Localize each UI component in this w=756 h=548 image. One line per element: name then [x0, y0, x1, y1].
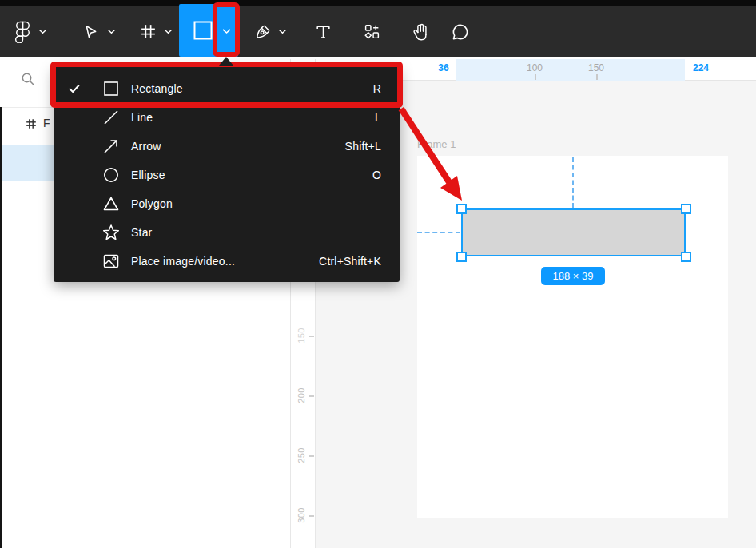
window-left-edge	[0, 107, 2, 548]
pen-tool-chevron[interactable]	[278, 6, 287, 57]
window-top-strip	[0, 0, 756, 6]
cursor-icon	[82, 23, 99, 40]
menu-item-shortcut: O	[372, 169, 381, 181]
menu-item-shortcut: Ctrl+Shift+K	[319, 255, 381, 268]
hash-icon	[25, 117, 38, 130]
chevron-down-icon	[107, 29, 116, 34]
image-icon	[101, 252, 121, 271]
polygon-icon	[101, 194, 121, 213]
text-tool-button[interactable]	[314, 6, 332, 57]
ruler-selection-label: 224	[693, 62, 709, 73]
menu-item-shortcut: Shift+L	[345, 140, 381, 153]
resize-handle-top-left[interactable]	[456, 204, 467, 214]
arrow-icon	[101, 137, 121, 156]
pen-tool-button[interactable]	[254, 6, 273, 57]
menu-item-shortcut: L	[375, 111, 381, 124]
hand-tool-button[interactable]	[411, 6, 429, 57]
comment-tool-button[interactable]	[452, 6, 469, 57]
sidebar-item-label: F	[43, 117, 50, 129]
hand-icon	[411, 22, 429, 41]
resize-handle-top-right[interactable]	[681, 204, 691, 214]
chevron-down-icon	[38, 29, 47, 34]
text-icon	[314, 22, 332, 41]
line-icon	[101, 108, 121, 127]
ruler-label: 100	[527, 62, 543, 73]
ruler-label: 150	[296, 328, 306, 343]
selected-rectangle[interactable]	[461, 208, 686, 256]
menu-item-polygon[interactable]: Polygon	[54, 189, 400, 218]
annotation-box-rectangle-item	[50, 62, 403, 108]
main-menu-chevron[interactable]	[38, 6, 47, 57]
pen-icon	[254, 22, 273, 41]
chevron-down-icon	[164, 29, 173, 34]
menu-item-label: Place image/video...	[131, 255, 235, 268]
menu-beak	[219, 57, 233, 66]
distance-guide-horizontal	[417, 232, 460, 233]
menu-item-place-image-video[interactable]: Place image/video... Ctrl+Shift+K	[54, 247, 400, 276]
comment-icon	[452, 23, 469, 41]
frame-name-label[interactable]: Frame 1	[417, 138, 456, 150]
ruler-label: 300	[296, 507, 306, 522]
menu-item-ellipse[interactable]: Ellipse O	[54, 161, 400, 189]
frame-tool-chevron[interactable]	[164, 6, 173, 57]
ellipse-icon	[101, 165, 121, 185]
ruler-tick	[309, 395, 314, 397]
menu-item-label: Ellipse	[131, 169, 165, 181]
size-badge: 188 × 39	[541, 267, 605, 285]
rectangle-icon	[193, 20, 213, 41]
actions-tool-button[interactable]	[364, 6, 380, 57]
figma-window: F 150 200 250 300 36 100 150 224 Frame 1	[0, 0, 756, 548]
ruler-tick	[309, 455, 314, 457]
chevron-down-icon	[278, 29, 287, 34]
search-field[interactable]	[21, 72, 35, 86]
resize-handle-bottom-left[interactable]	[456, 252, 467, 262]
ruler-tick	[535, 74, 536, 80]
ruler-label: 200	[296, 387, 306, 403]
menu-item-arrow[interactable]: Arrow Shift+L	[54, 132, 400, 161]
search-icon	[21, 72, 35, 86]
menu-item-label: Star	[131, 226, 152, 239]
ruler-tick	[309, 515, 314, 517]
move-tool-chevron[interactable]	[107, 6, 116, 57]
frame-tool-button[interactable]	[139, 6, 157, 57]
toolbar	[0, 0, 756, 57]
ruler-label: 150	[588, 62, 604, 73]
ruler-tick	[596, 74, 598, 80]
menu-item-label: Arrow	[131, 140, 161, 153]
ruler-selection-label: 36	[438, 62, 448, 73]
ruler-tick	[309, 336, 314, 337]
hash-icon	[139, 22, 157, 41]
ruler-label: 250	[296, 447, 306, 463]
ruler-selection-band	[456, 59, 685, 81]
distance-guide-vertical	[572, 157, 574, 208]
menu-item-star[interactable]: Star	[54, 218, 400, 247]
move-tool-button[interactable]	[82, 6, 99, 57]
menu-item-label: Line	[131, 111, 153, 124]
main-menu-button[interactable]	[14, 6, 31, 57]
resize-handle-bottom-right[interactable]	[681, 252, 691, 262]
annotation-box-chevron	[213, 2, 240, 57]
actions-icon	[364, 23, 380, 40]
star-icon	[101, 223, 121, 242]
figma-logo-icon	[14, 20, 31, 43]
menu-item-label: Polygon	[131, 197, 173, 210]
